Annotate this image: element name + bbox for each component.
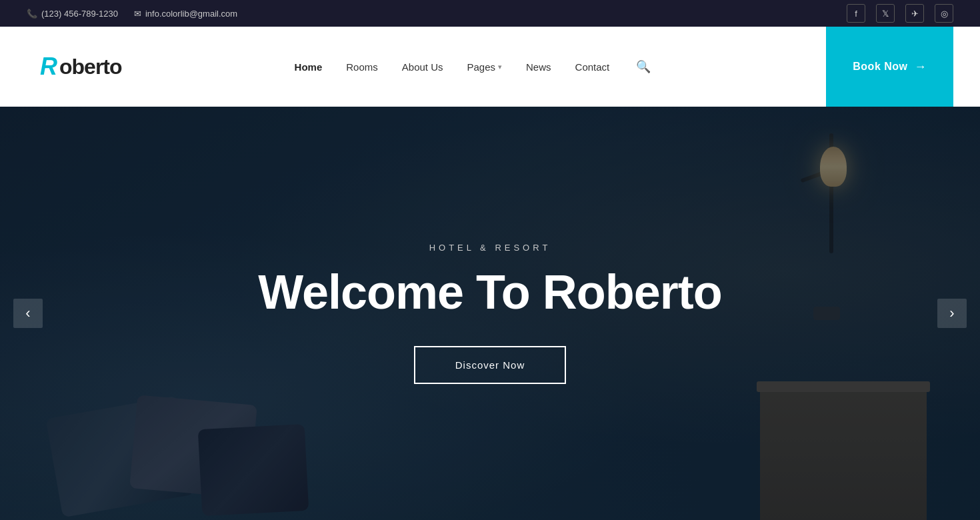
slide-prev-button[interactable]: ‹ — [13, 299, 43, 328]
nav-contact[interactable]: Contact — [575, 59, 610, 75]
hero-section: ‹ › HOTEL & RESORT Welcome To Roberto Di… — [0, 107, 980, 520]
phone-number: (123) 456-789-1230 — [41, 9, 118, 19]
email-address: info.colorlib@gmail.com — [145, 9, 237, 19]
nav-news[interactable]: News — [526, 59, 551, 75]
logo-letter: R — [40, 53, 57, 81]
twitter-icon[interactable]: 𝕏 — [876, 4, 895, 23]
book-now-label: Book Now — [853, 61, 907, 73]
top-bar: 📞 (123) 456-789-1230 ✉ info.colorlib@gma… — [0, 0, 980, 27]
main-nav: Home Rooms About Us Pages ▾ News Contact… — [295, 57, 654, 77]
phone-contact: 📞 (123) 456-789-1230 — [27, 9, 118, 19]
nav-rooms[interactable]: Rooms — [346, 59, 378, 75]
hero-title: Welcome To Roberto — [258, 266, 721, 319]
email-contact: ✉ info.colorlib@gmail.com — [134, 9, 237, 19]
social-links: f 𝕏 ✈ ◎ — [847, 4, 953, 23]
site-logo[interactable]: Roberto — [40, 53, 122, 81]
nav-pages[interactable]: Pages ▾ — [467, 59, 502, 75]
tripadvisor-icon[interactable]: ✈ — [905, 4, 924, 23]
slide-next-button[interactable]: › — [937, 299, 967, 328]
pages-dropdown-icon: ▾ — [498, 63, 502, 71]
facebook-icon[interactable]: f — [847, 4, 865, 23]
search-icon: 🔍 — [636, 60, 651, 73]
site-header: Roberto Home Rooms About Us Pages ▾ News… — [0, 27, 980, 107]
book-now-button[interactable]: Book Now → — [826, 27, 953, 107]
discover-now-button[interactable]: Discover Now — [414, 346, 567, 384]
instagram-icon[interactable]: ◎ — [935, 4, 953, 23]
nav-about[interactable]: About Us — [402, 59, 443, 75]
phone-icon: 📞 — [27, 9, 37, 19]
logo-text: oberto — [59, 55, 122, 79]
search-button[interactable]: 🔍 — [633, 57, 653, 77]
nav-home[interactable]: Home — [295, 59, 323, 75]
hero-content: HOTEL & RESORT Welcome To Roberto Discov… — [258, 243, 721, 383]
top-bar-contact: 📞 (123) 456-789-1230 ✉ info.colorlib@gma… — [27, 9, 237, 19]
arrow-right-icon: → — [915, 60, 927, 74]
hero-subtitle: HOTEL & RESORT — [429, 243, 551, 253]
email-icon: ✉ — [134, 9, 141, 19]
